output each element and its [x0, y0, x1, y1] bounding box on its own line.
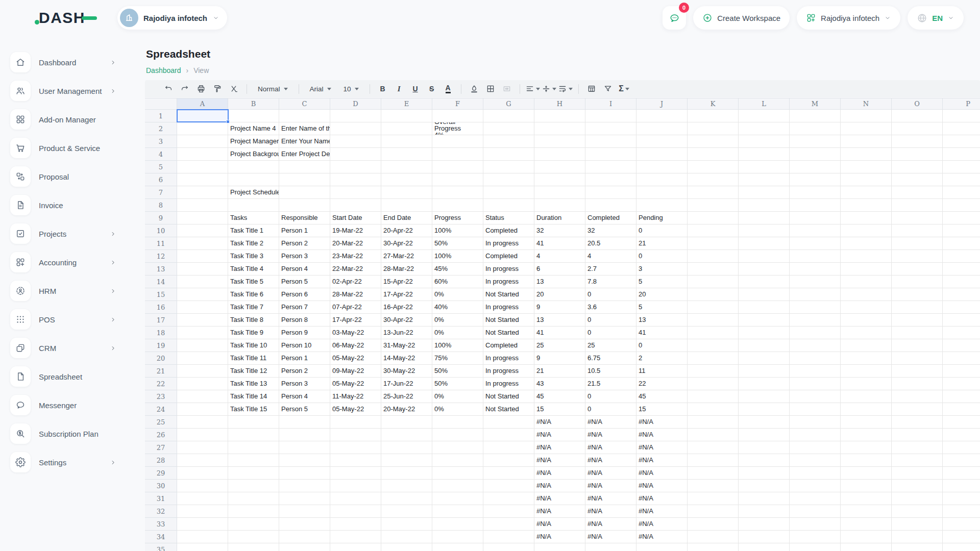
cell-C32[interactable]	[279, 505, 330, 518]
cell-H1[interactable]	[534, 110, 585, 122]
sidebar-item-accounting[interactable]: Accounting	[0, 248, 138, 277]
cell-N7[interactable]	[841, 186, 892, 199]
cell-E2[interactable]	[381, 122, 432, 135]
cell-A35[interactable]	[177, 543, 228, 551]
cell-M35[interactable]	[790, 543, 841, 551]
cell-B28[interactable]	[228, 454, 279, 467]
row-header-30[interactable]: 30	[145, 480, 177, 492]
cell-I25[interactable]: #N/A	[585, 416, 636, 429]
cell-G30[interactable]	[483, 480, 534, 492]
cell-J17[interactable]: 13	[636, 314, 688, 327]
cell-I28[interactable]: #N/A	[585, 454, 636, 467]
cell-L24[interactable]	[739, 403, 790, 416]
cell-D11[interactable]: 20-Mar-22	[330, 237, 381, 250]
cell-I33[interactable]: #N/A	[585, 518, 636, 531]
cell-E17[interactable]: 30-Apr-22	[381, 314, 432, 327]
cell-M13[interactable]	[790, 263, 841, 276]
cell-L21[interactable]	[739, 365, 790, 378]
cell-M2[interactable]	[790, 122, 841, 135]
cell-G16[interactable]: In progress	[483, 301, 534, 314]
cell-P6[interactable]	[943, 173, 980, 186]
cell-A26[interactable]	[177, 429, 228, 441]
row-header-20[interactable]: 20	[145, 352, 177, 365]
cell-H3[interactable]	[534, 135, 585, 148]
row-header-10[interactable]: 10	[145, 224, 177, 237]
cell-A15[interactable]	[177, 288, 228, 301]
cell-I30[interactable]: #N/A	[585, 480, 636, 492]
cell-I34[interactable]: #N/A	[585, 531, 636, 543]
cell-H4[interactable]	[534, 148, 585, 161]
cell-O25[interactable]	[892, 416, 943, 429]
cell-O6[interactable]	[892, 173, 943, 186]
cell-C15[interactable]: Person 6	[279, 288, 330, 301]
cell-N5[interactable]	[841, 161, 892, 173]
cell-F15[interactable]: 0%	[432, 288, 483, 301]
cell-D17[interactable]: 17-Apr-22	[330, 314, 381, 327]
cell-J26[interactable]: #N/A	[636, 429, 688, 441]
cell-N22[interactable]	[841, 378, 892, 390]
cell-E27[interactable]	[381, 441, 432, 454]
cell-E7[interactable]	[381, 186, 432, 199]
cell-M17[interactable]	[790, 314, 841, 327]
cell-J22[interactable]: 22	[636, 378, 688, 390]
cell-N21[interactable]	[841, 365, 892, 378]
cell-E11[interactable]: 30-Apr-22	[381, 237, 432, 250]
cell-B3[interactable]: Project Manager	[228, 135, 279, 148]
cell-F14[interactable]: 60%	[432, 276, 483, 288]
cell-L22[interactable]	[739, 378, 790, 390]
column-header-H[interactable]: H	[534, 98, 585, 110]
column-header-P[interactable]: P	[943, 98, 980, 110]
cell-F11[interactable]: 50%	[432, 237, 483, 250]
cell-M24[interactable]	[790, 403, 841, 416]
cell-B13[interactable]: Task Title 4	[228, 263, 279, 276]
cell-N30[interactable]	[841, 480, 892, 492]
cell-E26[interactable]	[381, 429, 432, 441]
cell-N29[interactable]	[841, 467, 892, 480]
cell-G7[interactable]	[483, 186, 534, 199]
cell-L14[interactable]	[739, 276, 790, 288]
paint-format-button[interactable]	[211, 82, 224, 95]
cell-O23[interactable]	[892, 390, 943, 403]
cell-J6[interactable]	[636, 173, 688, 186]
cell-F13[interactable]: 45%	[432, 263, 483, 276]
cell-M30[interactable]	[790, 480, 841, 492]
cell-E16[interactable]: 16-Apr-22	[381, 301, 432, 314]
cell-M6[interactable]	[790, 173, 841, 186]
cell-E29[interactable]	[381, 467, 432, 480]
cell-O2[interactable]	[892, 122, 943, 135]
cell-L31[interactable]	[739, 492, 790, 505]
cell-L6[interactable]	[739, 173, 790, 186]
cell-O14[interactable]	[892, 276, 943, 288]
cell-I12[interactable]: 4	[585, 250, 636, 263]
cell-L17[interactable]	[739, 314, 790, 327]
cell-M34[interactable]	[790, 531, 841, 543]
cell-E22[interactable]: 17-Jun-22	[381, 378, 432, 390]
cell-A12[interactable]	[177, 250, 228, 263]
cell-G1[interactable]	[483, 110, 534, 122]
cell-E13[interactable]: 28-Mar-22	[381, 263, 432, 276]
cell-F9[interactable]: Progress	[432, 212, 483, 224]
cell-L11[interactable]	[739, 237, 790, 250]
cell-G26[interactable]	[483, 429, 534, 441]
cell-I2[interactable]	[585, 122, 636, 135]
cell-K6[interactable]	[688, 173, 739, 186]
cell-H26[interactable]: #N/A	[534, 429, 585, 441]
cell-D7[interactable]	[330, 186, 381, 199]
cell-P8[interactable]	[943, 199, 980, 212]
cell-G32[interactable]	[483, 505, 534, 518]
cell-O22[interactable]	[892, 378, 943, 390]
sidebar-item-invoice[interactable]: Invoice	[0, 191, 138, 219]
cell-B11[interactable]: Task Title 2	[228, 237, 279, 250]
text-color-button[interactable]: A	[442, 82, 455, 95]
cell-J30[interactable]: #N/A	[636, 480, 688, 492]
cell-P1[interactable]	[943, 110, 980, 122]
cell-C16[interactable]: Person 7	[279, 301, 330, 314]
cell-B16[interactable]: Task Title 7	[228, 301, 279, 314]
cell-L16[interactable]	[739, 301, 790, 314]
sidebar-item-product-service[interactable]: Product & Service	[0, 134, 138, 162]
row-header-28[interactable]: 28	[145, 454, 177, 467]
row-header-29[interactable]: 29	[145, 467, 177, 480]
cell-O24[interactable]	[892, 403, 943, 416]
cell-B33[interactable]	[228, 518, 279, 531]
cell-O3[interactable]	[892, 135, 943, 148]
